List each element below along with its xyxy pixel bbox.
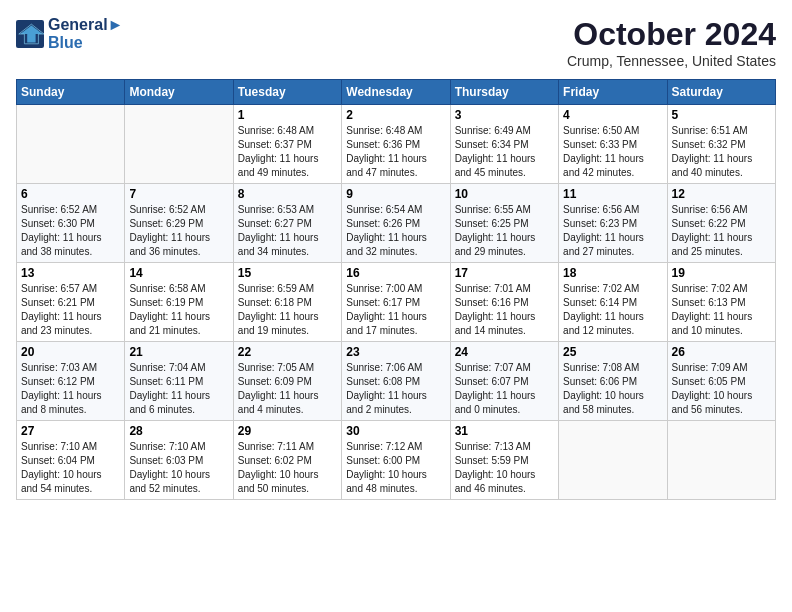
day-number: 25 xyxy=(563,345,662,359)
day-number: 26 xyxy=(672,345,771,359)
calendar-cell: 14Sunrise: 6:58 AMSunset: 6:19 PMDayligh… xyxy=(125,263,233,342)
day-info: Sunrise: 7:03 AMSunset: 6:12 PMDaylight:… xyxy=(21,361,120,417)
day-number: 16 xyxy=(346,266,445,280)
day-number: 30 xyxy=(346,424,445,438)
day-info: Sunrise: 7:00 AMSunset: 6:17 PMDaylight:… xyxy=(346,282,445,338)
logo-text: General► Blue xyxy=(48,16,123,52)
day-number: 28 xyxy=(129,424,228,438)
day-info: Sunrise: 6:50 AMSunset: 6:33 PMDaylight:… xyxy=(563,124,662,180)
calendar-cell: 18Sunrise: 7:02 AMSunset: 6:14 PMDayligh… xyxy=(559,263,667,342)
day-number: 21 xyxy=(129,345,228,359)
day-info: Sunrise: 7:05 AMSunset: 6:09 PMDaylight:… xyxy=(238,361,337,417)
page-header: General► Blue October 2024 Crump, Tennes… xyxy=(16,16,776,69)
calendar-cell: 11Sunrise: 6:56 AMSunset: 6:23 PMDayligh… xyxy=(559,184,667,263)
logo: General► Blue xyxy=(16,16,123,52)
weekday-header: Friday xyxy=(559,80,667,105)
calendar-cell: 7Sunrise: 6:52 AMSunset: 6:29 PMDaylight… xyxy=(125,184,233,263)
calendar-cell: 3Sunrise: 6:49 AMSunset: 6:34 PMDaylight… xyxy=(450,105,558,184)
day-number: 9 xyxy=(346,187,445,201)
day-info: Sunrise: 6:48 AMSunset: 6:37 PMDaylight:… xyxy=(238,124,337,180)
calendar-week-row: 13Sunrise: 6:57 AMSunset: 6:21 PMDayligh… xyxy=(17,263,776,342)
day-info: Sunrise: 6:57 AMSunset: 6:21 PMDaylight:… xyxy=(21,282,120,338)
calendar-cell: 8Sunrise: 6:53 AMSunset: 6:27 PMDaylight… xyxy=(233,184,341,263)
day-info: Sunrise: 6:48 AMSunset: 6:36 PMDaylight:… xyxy=(346,124,445,180)
day-info: Sunrise: 7:02 AMSunset: 6:13 PMDaylight:… xyxy=(672,282,771,338)
calendar-cell: 13Sunrise: 6:57 AMSunset: 6:21 PMDayligh… xyxy=(17,263,125,342)
day-number: 27 xyxy=(21,424,120,438)
day-info: Sunrise: 6:58 AMSunset: 6:19 PMDaylight:… xyxy=(129,282,228,338)
calendar-cell: 20Sunrise: 7:03 AMSunset: 6:12 PMDayligh… xyxy=(17,342,125,421)
calendar-cell: 22Sunrise: 7:05 AMSunset: 6:09 PMDayligh… xyxy=(233,342,341,421)
calendar-cell: 4Sunrise: 6:50 AMSunset: 6:33 PMDaylight… xyxy=(559,105,667,184)
calendar-cell: 25Sunrise: 7:08 AMSunset: 6:06 PMDayligh… xyxy=(559,342,667,421)
calendar-cell: 1Sunrise: 6:48 AMSunset: 6:37 PMDaylight… xyxy=(233,105,341,184)
calendar-cell: 17Sunrise: 7:01 AMSunset: 6:16 PMDayligh… xyxy=(450,263,558,342)
day-number: 29 xyxy=(238,424,337,438)
day-info: Sunrise: 7:10 AMSunset: 6:03 PMDaylight:… xyxy=(129,440,228,496)
calendar-cell: 28Sunrise: 7:10 AMSunset: 6:03 PMDayligh… xyxy=(125,421,233,500)
day-number: 3 xyxy=(455,108,554,122)
day-number: 2 xyxy=(346,108,445,122)
day-info: Sunrise: 6:51 AMSunset: 6:32 PMDaylight:… xyxy=(672,124,771,180)
day-info: Sunrise: 6:53 AMSunset: 6:27 PMDaylight:… xyxy=(238,203,337,259)
calendar-cell: 10Sunrise: 6:55 AMSunset: 6:25 PMDayligh… xyxy=(450,184,558,263)
calendar-cell: 16Sunrise: 7:00 AMSunset: 6:17 PMDayligh… xyxy=(342,263,450,342)
calendar-cell: 5Sunrise: 6:51 AMSunset: 6:32 PMDaylight… xyxy=(667,105,775,184)
day-number: 10 xyxy=(455,187,554,201)
calendar-week-row: 20Sunrise: 7:03 AMSunset: 6:12 PMDayligh… xyxy=(17,342,776,421)
day-info: Sunrise: 6:52 AMSunset: 6:30 PMDaylight:… xyxy=(21,203,120,259)
weekday-header: Saturday xyxy=(667,80,775,105)
calendar-cell: 31Sunrise: 7:13 AMSunset: 5:59 PMDayligh… xyxy=(450,421,558,500)
day-number: 5 xyxy=(672,108,771,122)
day-info: Sunrise: 7:11 AMSunset: 6:02 PMDaylight:… xyxy=(238,440,337,496)
day-number: 20 xyxy=(21,345,120,359)
day-number: 4 xyxy=(563,108,662,122)
day-info: Sunrise: 7:09 AMSunset: 6:05 PMDaylight:… xyxy=(672,361,771,417)
day-number: 18 xyxy=(563,266,662,280)
calendar-week-row: 27Sunrise: 7:10 AMSunset: 6:04 PMDayligh… xyxy=(17,421,776,500)
calendar-cell: 29Sunrise: 7:11 AMSunset: 6:02 PMDayligh… xyxy=(233,421,341,500)
logo-icon xyxy=(16,20,44,48)
day-number: 22 xyxy=(238,345,337,359)
calendar-cell: 27Sunrise: 7:10 AMSunset: 6:04 PMDayligh… xyxy=(17,421,125,500)
weekday-header-row: SundayMondayTuesdayWednesdayThursdayFrid… xyxy=(17,80,776,105)
day-number: 6 xyxy=(21,187,120,201)
calendar-cell: 26Sunrise: 7:09 AMSunset: 6:05 PMDayligh… xyxy=(667,342,775,421)
day-info: Sunrise: 7:02 AMSunset: 6:14 PMDaylight:… xyxy=(563,282,662,338)
calendar-cell xyxy=(17,105,125,184)
weekday-header: Sunday xyxy=(17,80,125,105)
title-block: October 2024 Crump, Tennessee, United St… xyxy=(567,16,776,69)
calendar-cell: 21Sunrise: 7:04 AMSunset: 6:11 PMDayligh… xyxy=(125,342,233,421)
day-info: Sunrise: 7:06 AMSunset: 6:08 PMDaylight:… xyxy=(346,361,445,417)
weekday-header: Wednesday xyxy=(342,80,450,105)
day-number: 17 xyxy=(455,266,554,280)
calendar-cell: 24Sunrise: 7:07 AMSunset: 6:07 PMDayligh… xyxy=(450,342,558,421)
weekday-header: Tuesday xyxy=(233,80,341,105)
day-number: 8 xyxy=(238,187,337,201)
day-info: Sunrise: 6:52 AMSunset: 6:29 PMDaylight:… xyxy=(129,203,228,259)
calendar-cell xyxy=(667,421,775,500)
day-info: Sunrise: 7:13 AMSunset: 5:59 PMDaylight:… xyxy=(455,440,554,496)
day-info: Sunrise: 6:55 AMSunset: 6:25 PMDaylight:… xyxy=(455,203,554,259)
calendar-cell: 12Sunrise: 6:56 AMSunset: 6:22 PMDayligh… xyxy=(667,184,775,263)
day-info: Sunrise: 7:08 AMSunset: 6:06 PMDaylight:… xyxy=(563,361,662,417)
calendar-week-row: 1Sunrise: 6:48 AMSunset: 6:37 PMDaylight… xyxy=(17,105,776,184)
day-number: 19 xyxy=(672,266,771,280)
calendar-body: 1Sunrise: 6:48 AMSunset: 6:37 PMDaylight… xyxy=(17,105,776,500)
calendar-cell xyxy=(125,105,233,184)
day-number: 13 xyxy=(21,266,120,280)
day-info: Sunrise: 6:54 AMSunset: 6:26 PMDaylight:… xyxy=(346,203,445,259)
day-number: 7 xyxy=(129,187,228,201)
calendar-header: SundayMondayTuesdayWednesdayThursdayFrid… xyxy=(17,80,776,105)
day-number: 15 xyxy=(238,266,337,280)
calendar-cell: 2Sunrise: 6:48 AMSunset: 6:36 PMDaylight… xyxy=(342,105,450,184)
calendar-table: SundayMondayTuesdayWednesdayThursdayFrid… xyxy=(16,79,776,500)
day-number: 31 xyxy=(455,424,554,438)
day-info: Sunrise: 7:10 AMSunset: 6:04 PMDaylight:… xyxy=(21,440,120,496)
day-info: Sunrise: 7:12 AMSunset: 6:00 PMDaylight:… xyxy=(346,440,445,496)
day-info: Sunrise: 7:01 AMSunset: 6:16 PMDaylight:… xyxy=(455,282,554,338)
day-number: 11 xyxy=(563,187,662,201)
day-number: 24 xyxy=(455,345,554,359)
day-number: 23 xyxy=(346,345,445,359)
calendar-cell: 19Sunrise: 7:02 AMSunset: 6:13 PMDayligh… xyxy=(667,263,775,342)
